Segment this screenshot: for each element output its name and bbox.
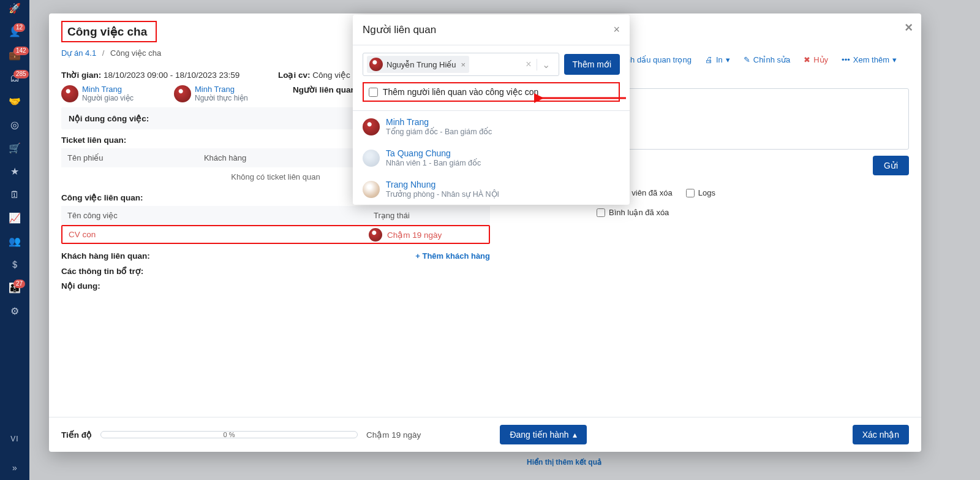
people-suggestion-list: Minh TrangTổng giám đốc - Ban giám đốc T…: [353, 110, 630, 205]
breadcrumb-current: Công việc cha: [110, 48, 161, 58]
filter-deleted-comment[interactable]: Bình luận đã xóa: [597, 208, 669, 217]
avatar: [369, 58, 383, 71]
sidebar-expand-icon[interactable]: »: [12, 463, 17, 473]
print-button[interactable]: 🖨 In ▾: [705, 55, 730, 64]
sidebar: 🚀 👤12 💼142 🗂285 🤝 ◎ 🛒 ★ 🗓 📈 👥 ＄ 👪27 ⚙ VI…: [0, 0, 29, 480]
status-dropdown-button[interactable]: Đang tiến hành ▴: [500, 425, 586, 444]
avatar: [363, 150, 380, 167]
list-item[interactable]: Ta Quang ChungNhân viên 1 - Ban giám đốc: [353, 142, 630, 173]
add-to-subtask-checkbox-highlight[interactable]: Thêm người liên quan vào công việc con: [363, 82, 620, 102]
more-button[interactable]: ••• Xem thêm ▾: [842, 55, 897, 64]
sidebar-inbox-icon[interactable]: 🗂285: [0, 74, 29, 83]
task-title-highlight: Công việc cha: [61, 21, 157, 42]
sidebar-user-icon[interactable]: 👤12: [0, 27, 29, 37]
selected-chip: Nguyễn Trung Hiếu ×: [367, 56, 469, 73]
sidebar-lang[interactable]: VI: [10, 435, 18, 443]
content-label: Nội dung công việc:: [69, 114, 149, 123]
add-to-subtask-checkbox[interactable]: [369, 88, 378, 97]
clear-icon[interactable]: ×: [521, 59, 536, 70]
progress-label: Tiến độ: [61, 430, 92, 440]
chevron-down-icon[interactable]: ⌄: [537, 59, 555, 70]
footer-delay: Chậm 19 ngày: [366, 430, 421, 440]
subtask-status: Chậm 19 ngày: [387, 230, 442, 240]
sidebar-briefcase-icon[interactable]: 💼142: [0, 50, 29, 60]
avatar: [363, 181, 380, 198]
sidebar-dollar-icon[interactable]: ＄: [0, 260, 29, 270]
sidebar-calendar-icon[interactable]: 🗓: [0, 190, 29, 200]
popover-title: Người liên quan: [363, 23, 436, 36]
assigner-name[interactable]: Minh Trang: [82, 85, 134, 94]
cancel-button[interactable]: ✖ Hủy: [804, 55, 828, 64]
avatar: [61, 85, 78, 102]
list-item[interactable]: Minh TrangTổng giám đốc - Ban giám đốc: [353, 111, 630, 142]
sidebar-target-icon[interactable]: ◎: [0, 120, 29, 130]
modal-footer: Tiến độ 0 % Chậm 19 ngày Đang tiến hành …: [49, 417, 921, 452]
assignee-name[interactable]: Minh Trang: [195, 85, 248, 94]
support-info-label: Các thông tin bổ trợ:: [61, 264, 490, 279]
add-new-button[interactable]: Thêm mới: [564, 54, 620, 75]
filter-logs[interactable]: Logs: [686, 188, 715, 197]
edit-button[interactable]: ✎ Chỉnh sửa: [744, 55, 790, 64]
related-tasks-table: Tên công việcTrạng thái: [61, 206, 490, 225]
add-customer[interactable]: + Thêm khách hàng: [415, 251, 490, 261]
subtask-name: CV con: [62, 226, 369, 243]
sidebar-chart-icon[interactable]: 📈: [0, 213, 29, 223]
sidebar-rocket-icon[interactable]: 🚀: [0, 4, 29, 13]
sidebar-users-icon[interactable]: 👥: [0, 237, 29, 246]
sidebar-handshake-icon[interactable]: 🤝: [0, 97, 29, 107]
avatar: [369, 228, 382, 242]
people-select-input[interactable]: Nguyễn Trung Hiếu × × ⌄: [363, 53, 559, 76]
action-bar: 📑 Đánh dấu quan trọng 🖨 In ▾ ✎ Chỉnh sửa…: [603, 55, 897, 64]
avatar: [363, 118, 380, 135]
content-info-label: Nội dung:: [61, 279, 490, 294]
breadcrumb-project[interactable]: Dự án 4.1: [61, 48, 96, 58]
related-people-popover: Người liên quan × Nguyễn Trung Hiếu × × …: [353, 15, 630, 205]
popover-close-icon[interactable]: ×: [613, 23, 620, 36]
submit-button[interactable]: Gửi: [873, 156, 909, 175]
list-item[interactable]: Trang NhungTrưởng phòng - Nhân sự HÀ NỘI: [353, 173, 630, 205]
sidebar-star-icon[interactable]: ★: [0, 167, 29, 177]
sidebar-people-icon[interactable]: 👪27: [0, 283, 29, 293]
confirm-button[interactable]: Xác nhận: [853, 425, 909, 444]
task-title: Công việc cha: [67, 25, 147, 39]
sidebar-gear-icon[interactable]: ⚙: [0, 307, 29, 316]
sidebar-cart-icon[interactable]: 🛒: [0, 143, 29, 153]
subtask-row-highlight[interactable]: CV con Chậm 19 ngày: [61, 225, 490, 244]
close-icon[interactable]: ×: [905, 20, 913, 36]
progress-bar[interactable]: 0 %: [100, 431, 358, 438]
chip-remove-icon[interactable]: ×: [460, 60, 466, 69]
avatar: [174, 85, 191, 102]
